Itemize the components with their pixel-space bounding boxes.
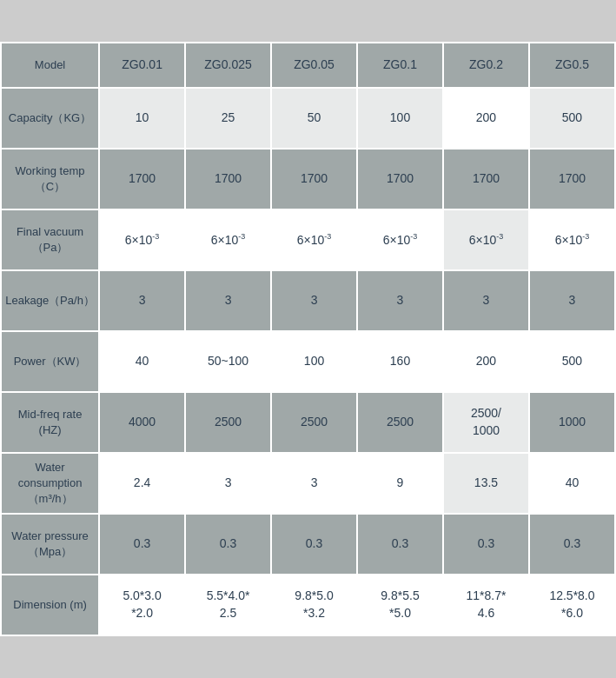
row-0-col-2: 50 (271, 88, 357, 149)
row-label-3: Leakage（Pa/h） (1, 270, 99, 331)
row-5-col-5: 1000 (529, 392, 615, 453)
row-1-col-5: 1700 (529, 149, 615, 209)
header-col-5: ZG0.5 (529, 43, 615, 88)
header-col-0: ZG0.01 (99, 43, 185, 88)
header-col-4: ZG0.2 (443, 43, 529, 88)
row-5-col-4: 2500/1000 (443, 392, 529, 453)
row-6-col-1: 3 (185, 453, 271, 514)
row-label-4: Power（KW） (1, 331, 99, 392)
row-6-col-2: 3 (271, 453, 357, 514)
row-1-col-3: 1700 (357, 149, 443, 209)
row-5-col-3: 2500 (357, 392, 443, 453)
row-7-col-5: 0.3 (529, 514, 615, 575)
spec-table: ModelZG0.01ZG0.025ZG0.05ZG0.1ZG0.2ZG0.5C… (0, 42, 616, 636)
row-0-col-4: 200 (443, 88, 529, 149)
row-5-col-1: 2500 (185, 392, 271, 453)
row-7-col-3: 0.3 (357, 514, 443, 575)
row-6-col-5: 40 (529, 453, 615, 514)
row-4-col-0: 40 (99, 331, 185, 392)
row-label-5: Mid-freq rate (HZ) (1, 392, 99, 453)
row-3-col-0: 3 (99, 270, 185, 331)
row-8-col-5: 12.5*8.0*6.0 (529, 575, 615, 635)
row-4-col-2: 100 (271, 331, 357, 392)
row-7-col-1: 0.3 (185, 514, 271, 575)
row-4-col-5: 500 (529, 331, 615, 392)
row-4-col-1: 50~100 (185, 331, 271, 392)
row-6-col-0: 2.4 (99, 453, 185, 514)
row-0-col-0: 10 (99, 88, 185, 149)
row-7-col-2: 0.3 (271, 514, 357, 575)
row-2-col-1: 6×10-3 (185, 209, 271, 270)
row-0-col-5: 500 (529, 88, 615, 149)
spec-table-wrapper: ModelZG0.01ZG0.025ZG0.05ZG0.1ZG0.2ZG0.5C… (0, 42, 616, 636)
row-5-col-0: 4000 (99, 392, 185, 453)
header-col-3: ZG0.1 (357, 43, 443, 88)
row-2-col-2: 6×10-3 (271, 209, 357, 270)
row-3-col-5: 3 (529, 270, 615, 331)
header-col-2: ZG0.05 (271, 43, 357, 88)
row-8-col-2: 9.8*5.0*3.2 (271, 575, 357, 635)
row-label-2: Final vacuum（Pa） (1, 209, 99, 270)
row-4-col-3: 160 (357, 331, 443, 392)
row-6-col-4: 13.5 (443, 453, 529, 514)
row-1-col-2: 1700 (271, 149, 357, 209)
row-2-col-5: 6×10-3 (529, 209, 615, 270)
row-0-col-3: 100 (357, 88, 443, 149)
row-label-1: Working temp （C） (1, 149, 99, 209)
header-col-1: ZG0.025 (185, 43, 271, 88)
row-8-col-0: 5.0*3.0*2.0 (99, 575, 185, 635)
row-2-col-0: 6×10-3 (99, 209, 185, 270)
row-0-col-1: 25 (185, 88, 271, 149)
row-8-col-3: 9.8*5.5*5.0 (357, 575, 443, 635)
row-3-col-3: 3 (357, 270, 443, 331)
row-label-0: Capacity（KG） (1, 88, 99, 149)
row-4-col-4: 200 (443, 331, 529, 392)
row-label-6: Water consumption（m³/h） (1, 453, 99, 514)
row-3-col-4: 3 (443, 270, 529, 331)
row-1-col-0: 1700 (99, 149, 185, 209)
row-1-col-1: 1700 (185, 149, 271, 209)
row-5-col-2: 2500 (271, 392, 357, 453)
row-8-col-1: 5.5*4.0*2.5 (185, 575, 271, 635)
header-model-label: Model (1, 43, 99, 88)
row-label-8: Dimension (m) (1, 575, 99, 635)
row-8-col-4: 11*8.7*4.6 (443, 575, 529, 635)
row-label-7: Water pressure（Mpa） (1, 514, 99, 575)
row-3-col-2: 3 (271, 270, 357, 331)
row-7-col-4: 0.3 (443, 514, 529, 575)
row-2-col-4: 6×10-3 (443, 209, 529, 270)
row-7-col-0: 0.3 (99, 514, 185, 575)
row-1-col-4: 1700 (443, 149, 529, 209)
row-3-col-1: 3 (185, 270, 271, 331)
row-6-col-3: 9 (357, 453, 443, 514)
row-2-col-3: 6×10-3 (357, 209, 443, 270)
